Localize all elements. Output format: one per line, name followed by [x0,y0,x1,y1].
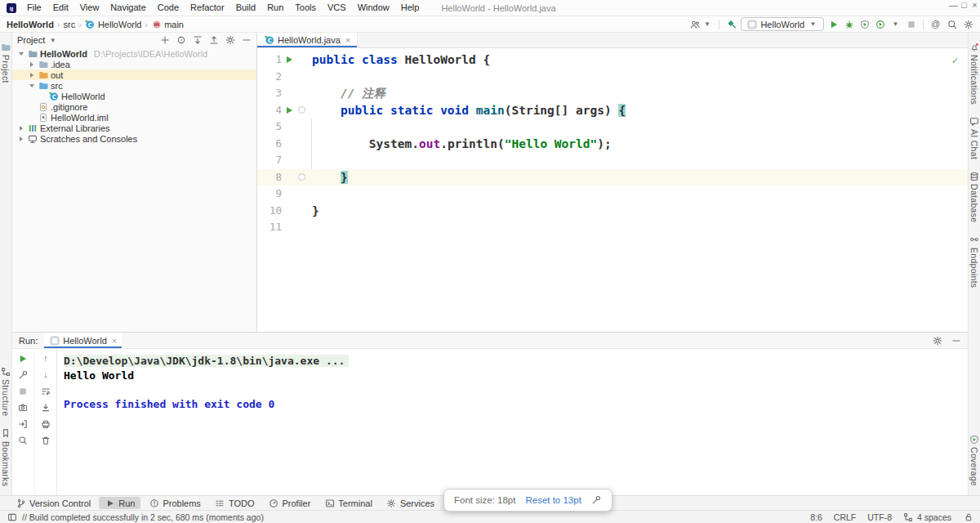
locate-icon[interactable] [176,35,186,46]
menu-code[interactable]: Code [152,0,185,16]
tool-window-bar-services[interactable]: Services [381,497,440,509]
code-line-8[interactable]: 8 } [257,169,968,186]
hide-icon[interactable] [951,335,961,346]
tree-item-out[interactable]: out [12,69,256,80]
tree-item-src[interactable]: src [12,80,256,91]
scroll-end-icon[interactable] [40,402,51,413]
collaborators-icon[interactable] [689,19,700,29]
dropdown-icon[interactable]: ▾ [890,19,901,29]
chevron-right-icon[interactable] [17,136,24,141]
tool-window-bar-profiler[interactable]: Profiler [262,497,316,509]
line-number[interactable]: 3 [257,85,282,102]
tool-window-bar-version-control[interactable]: Version Control [10,497,96,509]
dump-icon[interactable] [18,418,29,429]
menu-file[interactable]: File [21,0,47,16]
profiler-icon[interactable] [875,19,885,29]
tool-window-button-bookmarks[interactable]: Bookmarks [1,428,11,486]
run-gutter-icon[interactable] [282,107,296,114]
menu-run[interactable]: Run [261,0,289,16]
runconfig-icon[interactable] [49,335,60,346]
down-icon[interactable]: ↓ [40,369,51,380]
tool-window-button-coverage[interactable]: Coverage [969,434,980,486]
fold-marker-icon[interactable] [296,169,307,186]
up-icon[interactable]: ↑ [40,353,51,364]
code-line-11[interactable]: 11 [257,219,968,236]
line-number[interactable]: 7 [257,152,282,169]
line-number[interactable]: 8 [257,169,282,186]
tool-window-bar-run[interactable]: Run [99,497,140,509]
rerun-icon[interactable] [18,353,29,364]
close-window-icon[interactable]: × [969,0,980,11]
tree-item-helloworld-iml[interactable]: HelloWorld.iml [12,112,256,123]
settings-icon[interactable] [225,35,235,46]
close-run-tab-icon[interactable]: × [112,336,117,346]
maximize-icon[interactable]: □ [959,0,969,11]
breadcrumb-item[interactable]: src [64,20,76,29]
collapse-all-icon[interactable] [208,35,219,46]
line-number[interactable]: 5 [257,118,282,136]
tree-item--idea[interactable]: .idea [12,59,256,69]
tree-item-helloworld[interactable]: HelloWorldD:\Projects\IDEA\HelloWorld [12,48,256,59]
line-number[interactable]: 1 [257,51,282,69]
code-line-7[interactable]: 7 [257,152,968,169]
tool-window-bar-todo[interactable]: TODO [209,497,261,509]
menu-window[interactable]: Window [352,0,395,16]
caret-position[interactable]: 8:6 [810,512,822,522]
line-number[interactable]: 10 [257,203,282,220]
close-tab-icon[interactable]: × [345,35,350,45]
minimize-icon[interactable]: — [948,0,959,11]
tree-item-external-libraries[interactable]: External Libraries [12,123,256,133]
tool-window-toggle-icon[interactable] [7,512,17,522]
tool-window-button-project[interactable]: Project [1,42,11,83]
line-number[interactable]: 9 [257,186,282,203]
chevron-down-icon[interactable] [28,84,35,87]
run-tab-helloworld[interactable]: HelloWorld × [44,333,122,348]
dropdown-icon[interactable]: ▾ [808,19,818,29]
fold-marker-icon[interactable] [296,102,307,119]
indent-widget[interactable]: 4 spaces [903,512,951,522]
tree-item-helloworld[interactable]: CHelloWorld [12,91,256,101]
code-line-1[interactable]: 1public class HelloWorld { [257,51,968,69]
line-number[interactable]: 11 [257,219,282,236]
build-hammer-icon[interactable] [726,19,737,29]
code-line-4[interactable]: 4 public static void main(String[] args)… [257,102,968,119]
status-message[interactable]: // Build completed successfully in 2 sec… [22,512,264,522]
reset-font-size-link[interactable]: Reset to 13pt [525,495,581,505]
breadcrumb-item[interactable]: mmain [151,19,184,29]
add-icon[interactable] [159,35,170,46]
chevron-right-icon[interactable] [17,126,24,131]
line-number[interactable]: 6 [257,136,282,153]
tool-window-button-ai-chat[interactable]: AI Chat [969,116,980,159]
chevron-right-icon[interactable] [28,73,35,78]
breadcrumb-item[interactable]: CHelloWorld [85,19,142,29]
runconfig-icon[interactable] [746,19,757,29]
run-configuration-select[interactable]: HelloWorld ▾ [741,17,824,31]
menu-build[interactable]: Build [230,0,261,16]
project-panel-title[interactable]: Project [17,35,45,45]
font-settings-wrench-icon[interactable] [591,495,602,506]
code-area[interactable]: ✓ 1public class HelloWorld {23 // 注释4 pu… [257,48,968,332]
code-with-me-icon[interactable]: @ [930,19,941,29]
tool-window-bar-problems[interactable]: Problems [143,497,206,509]
chevron-right-icon[interactable] [28,62,35,67]
stop-icon[interactable] [18,386,29,396]
stop-icon[interactable] [906,19,916,29]
line-separator[interactable]: CRLF [834,512,856,522]
search-icon[interactable] [18,435,29,445]
tool-window-button-endpoints[interactable]: Endpoints [969,235,980,288]
debug-icon[interactable] [844,19,854,29]
breadcrumb-item[interactable]: HelloWorld [7,20,54,29]
tree-item--gitignore[interactable]: .gitignore [12,101,256,112]
chevron-down-icon[interactable] [17,52,24,56]
menu-view[interactable]: View [74,0,105,16]
editor-tab-helloworld-java[interactable]: C HelloWorld.java × [257,33,358,47]
clear-icon[interactable] [40,435,51,445]
code-line-5[interactable]: 5 [257,118,968,136]
menu-refactor[interactable]: Refactor [185,0,230,16]
soft-wrap-icon[interactable] [40,386,51,396]
tool-window-button-notifications[interactable]: Notifications [969,42,980,105]
file-encoding[interactable]: UTF-8 [867,512,892,522]
menu-vcs[interactable]: VCS [322,0,352,16]
tool-window-button-database[interactable]: Database [969,171,980,222]
tree-item-scratches-and-consoles[interactable]: Scratches and Consoles [12,133,256,144]
